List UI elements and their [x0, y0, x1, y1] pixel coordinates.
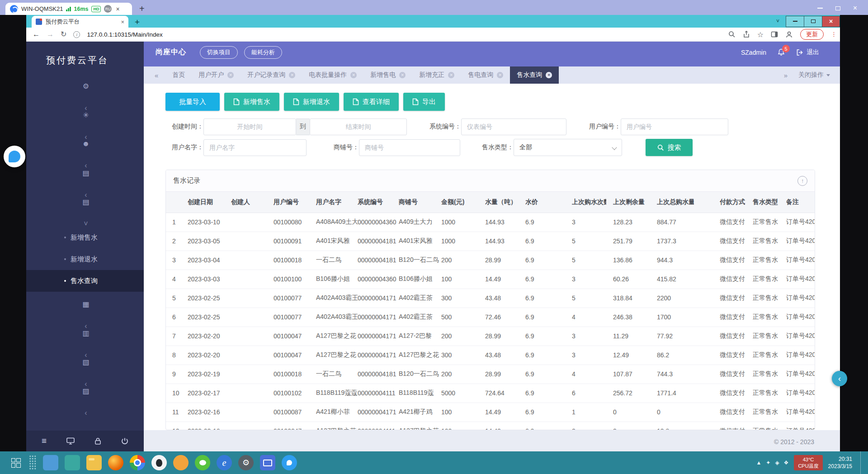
taskbar-folder-icon[interactable]	[86, 455, 102, 470]
workspace-tab[interactable]: 电表批量操作 ✕	[302, 66, 363, 84]
column-header[interactable]: 创建日期	[188, 192, 231, 213]
logout-button[interactable]: 退出	[796, 48, 819, 57]
add-water-refund-button[interactable]: 新增退水	[284, 93, 339, 111]
browser-close-button[interactable]: ×	[822, 16, 840, 27]
workspace-tab-close-icon[interactable]: ✕	[497, 72, 503, 78]
column-header[interactable]: 售水类型	[753, 192, 786, 213]
back-icon[interactable]: ←	[33, 31, 40, 38]
maximize-icon[interactable]	[835, 6, 840, 10]
workspace-tab[interactable]: 售电查询 ✕	[461, 66, 510, 84]
bookmark-star-icon[interactable]: ☆	[757, 30, 764, 39]
export-button[interactable]: 导出	[403, 93, 445, 111]
taskbar-remote-icon[interactable]	[260, 455, 275, 470]
workspace-tab-close-icon[interactable]: ✕	[350, 72, 357, 78]
cpu-temp-badge[interactable]: 43°C CPU温度	[794, 455, 822, 471]
workspace-tab-close-icon[interactable]: ✕	[546, 72, 552, 78]
table-row[interactable]: 1 2023-03-10 00100080 A408A409土大力 000000…	[166, 213, 815, 232]
chevron-down-icon[interactable]: ˅	[776, 18, 779, 24]
add-water-sale-button[interactable]: 新增售水	[224, 93, 279, 111]
close-icon[interactable]: ×	[853, 6, 857, 10]
show-desktop-button[interactable]	[860, 451, 864, 474]
sidebar-item[interactable]: ▥ 水报表中心 ‹	[26, 329, 144, 352]
workspace-tab[interactable]: 新增售电 ✕	[363, 66, 412, 84]
sidebar-item[interactable]: ▨ 批量下发 ‹	[26, 387, 144, 410]
column-header[interactable]: 付款方式	[720, 192, 753, 213]
column-header[interactable]: 用户名字	[316, 192, 358, 213]
browser-tab[interactable]: 预付费云平台 ×	[32, 16, 128, 28]
username[interactable]: SZadmin	[741, 49, 766, 56]
workspace-tab[interactable]: 新增充正 ✕	[412, 66, 461, 84]
table-row[interactable]: 2 2023-03-05 00100091 A401宋风雅 0000000418…	[166, 232, 815, 251]
end-time-input[interactable]	[310, 118, 407, 135]
table-row[interactable]: 7 2023-02-20 00100047 A127巴黎之花 000000041…	[166, 327, 815, 346]
search-button[interactable]: 搜索	[646, 139, 693, 156]
taskbar-game-icon[interactable]	[173, 455, 189, 470]
sidebar-item[interactable]: ▦ 电报表中心 ‹	[26, 300, 144, 323]
taskbar-settings-icon[interactable]: ⚙	[238, 455, 254, 470]
table-row[interactable]: 6 2023-02-25 00100077 A402A403霸王茶 000000…	[166, 308, 815, 327]
browser-minimize-button[interactable]	[786, 16, 804, 27]
lock-icon[interactable]	[94, 437, 101, 445]
workspace-tab[interactable]: 用户开户 ✕	[192, 66, 241, 84]
tray-icon[interactable]: ❖	[784, 460, 789, 466]
table-row[interactable]: 8 2023-02-20 00100047 A127巴黎之花 000000041…	[166, 346, 815, 365]
water-type-select[interactable]: 全部	[514, 139, 622, 156]
workspace-tab[interactable]: 首页 ✕	[165, 66, 192, 84]
browser-menu-icon[interactable]: ⋮	[831, 33, 834, 35]
view-detail-button[interactable]: 查看详细	[344, 93, 399, 111]
notification-bell[interactable]: 5	[777, 48, 785, 57]
column-header[interactable]: 备注	[786, 192, 815, 213]
column-header[interactable]: 上次购水次数	[572, 192, 613, 213]
url-text[interactable]: 127.0.0.1:10315/Main/Index	[87, 31, 721, 38]
sidebar-item[interactable]: 新增售水	[26, 227, 144, 248]
column-header[interactable]: 水量（吨）	[485, 192, 525, 213]
sidebar-item[interactable]: ▧ 物业管理 ‹	[26, 358, 144, 381]
tray-icon[interactable]: ◈	[775, 460, 779, 466]
browser-maximize-button[interactable]	[804, 16, 822, 27]
taskbar-wechat-icon[interactable]	[195, 455, 210, 470]
table-row[interactable]: 12 2023-02-16 00100047 A127巴黎之花 00000004…	[166, 422, 815, 430]
taskbar-ie-icon[interactable]: e	[217, 455, 232, 470]
table-row[interactable]: 4 2023-03-03 00100100 B106滕小姐 0000000436…	[166, 270, 815, 289]
power-icon[interactable]	[121, 437, 128, 445]
table-row[interactable]: 5 2023-02-25 00100077 A402A403霸王茶 000000…	[166, 289, 815, 308]
taskbar-printer-icon[interactable]	[43, 455, 58, 470]
sidebar-item[interactable]: ▤ 售水管理 ˅	[26, 198, 144, 221]
column-header[interactable]: 系统编号	[358, 192, 399, 213]
workspace-tab-close-icon[interactable]: ✕	[227, 72, 234, 78]
table-row[interactable]: 11 2023-02-16 00100087 A421椰小菲 000000041…	[166, 403, 815, 422]
column-header[interactable]: 金额(元)	[441, 192, 485, 213]
reload-icon[interactable]: ↻	[61, 31, 66, 38]
taskbar-scanner-icon[interactable]	[65, 455, 80, 470]
session-close-icon[interactable]: ×	[116, 5, 119, 13]
tabs-scroll-left-icon[interactable]: «	[155, 71, 158, 79]
tab-close-icon[interactable]: ×	[121, 19, 124, 25]
column-header[interactable]: 上次剩余量	[613, 192, 657, 213]
new-tab-button[interactable]: +	[135, 18, 140, 26]
share-icon[interactable]	[743, 31, 750, 38]
workspace-tab-close-icon[interactable]: ✕	[448, 72, 454, 78]
taskbar-qq-icon[interactable]	[151, 455, 167, 470]
user-no-input[interactable]	[621, 118, 728, 135]
table-row[interactable]: 3 2023-03-04 00100018 一石二鸟 00000004181 B…	[166, 251, 815, 270]
column-header[interactable]	[166, 192, 188, 213]
new-session-button[interactable]: +	[139, 4, 145, 13]
header-pill-button[interactable]: 切换项目	[200, 46, 238, 59]
sidebar-item[interactable]: 售水查询	[26, 270, 144, 292]
edge-handle-chevron[interactable]: ‹	[832, 371, 847, 386]
taskbar-firefox-icon[interactable]	[108, 455, 123, 470]
column-header[interactable]: 上次总购水量	[657, 192, 720, 213]
collapse-arrow-icon[interactable]: ↑	[797, 176, 807, 186]
batch-import-button[interactable]: 批量导入	[165, 93, 220, 111]
workspace-tab-close-icon[interactable]: ✕	[289, 72, 295, 78]
table-row[interactable]: 9 2023-02-19 00100018 一石二鸟 00000004181 B…	[166, 365, 815, 384]
site-info-icon[interactable]: i	[73, 31, 80, 38]
close-operations-dropdown[interactable]: 关闭操作	[798, 71, 830, 79]
menu-collapse-icon[interactable]: ≡	[42, 436, 47, 446]
tray-icon[interactable]: ✦	[766, 460, 770, 466]
shop-no-input[interactable]	[359, 139, 460, 156]
tray-icon[interactable]: ▲	[756, 460, 761, 466]
remote-session-tab[interactable]: WIN-OQMSK21... 16ms HD RU ×	[5, 3, 132, 15]
sidebar-item[interactable]: 新增退水	[26, 248, 144, 270]
column-header[interactable]: 创建人	[231, 192, 274, 213]
